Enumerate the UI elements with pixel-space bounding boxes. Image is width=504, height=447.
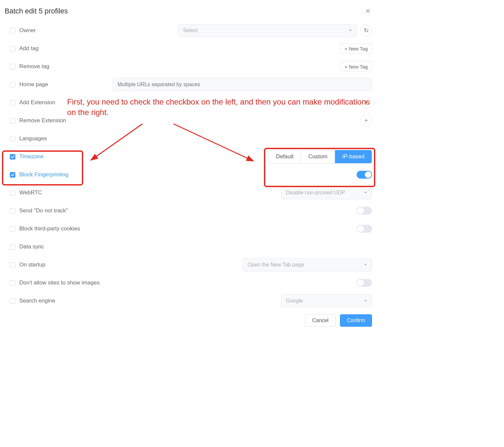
checkbox-languages[interactable]: [10, 136, 15, 142]
annotation-text: First, you need to check the checkbox on…: [67, 97, 372, 118]
checkbox-remove-tag[interactable]: [10, 64, 15, 69]
chevron-down-icon: [364, 264, 367, 266]
checkbox-no-images[interactable]: [10, 280, 15, 286]
select-owner-placeholder: Select: [183, 28, 197, 33]
select-search-engine[interactable]: Google: [281, 294, 372, 307]
label-search-engine: Search engine: [19, 298, 55, 304]
checkbox-on-startup[interactable]: [10, 262, 15, 268]
cancel-button[interactable]: Cancel: [305, 314, 335, 327]
label-owner: Owner: [19, 27, 36, 34]
checkbox-data-sync[interactable]: [10, 244, 15, 250]
checkbox-block-3p-cookies[interactable]: [10, 226, 15, 232]
label-home-page: Home page: [19, 81, 48, 88]
checkbox-remove-extension[interactable]: [10, 118, 15, 124]
label-no-images: Don't allow sites to show images: [19, 280, 100, 286]
page-title: Batch edit 5 profiles: [5, 7, 68, 15]
annotation-box-right: [264, 148, 375, 187]
refresh-icon[interactable]: ↻: [360, 25, 372, 36]
new-tag-button-add[interactable]: + New Tag: [340, 43, 372, 54]
checkbox-webrtc[interactable]: [10, 190, 15, 196]
toggle-dnt[interactable]: [357, 207, 372, 215]
select-on-startup-value: Open the New Tab page: [248, 262, 304, 268]
label-webrtc: WebRTC: [19, 189, 42, 196]
checkbox-add-extension[interactable]: [10, 100, 15, 106]
chevron-down-icon: [364, 300, 367, 302]
checkbox-search-engine[interactable]: [10, 298, 15, 304]
chevron-down-icon: [364, 192, 367, 194]
toggle-block-3p-cookies[interactable]: [357, 225, 372, 233]
label-add-tag: Add tag: [19, 45, 39, 52]
label-remove-extension: Remove Extension: [19, 117, 66, 124]
new-tag-button-remove[interactable]: + New Tag: [340, 61, 372, 72]
checkbox-add-tag[interactable]: [10, 46, 15, 51]
svg-line-0: [95, 124, 142, 157]
label-data-sync: Data sync: [19, 243, 44, 250]
label-on-startup: On startup: [19, 262, 45, 268]
annotation-arrow-left: [90, 121, 146, 164]
checkbox-owner[interactable]: [10, 28, 15, 33]
select-webrtc[interactable]: Disable non-proxied UDP: [281, 186, 372, 199]
toggle-no-images[interactable]: [357, 279, 372, 287]
home-page-input[interactable]: [113, 78, 372, 91]
label-block-3p-cookies: Block third-party cookies: [19, 225, 80, 232]
close-icon[interactable]: ✕: [364, 6, 372, 16]
chevron-down-icon: [349, 29, 352, 31]
select-owner[interactable]: Select: [178, 24, 357, 37]
annotation-box-left: [2, 150, 83, 185]
svg-line-1: [174, 124, 249, 159]
select-webrtc-value: Disable non-proxied UDP: [286, 190, 345, 196]
label-remove-tag: Remove tag: [19, 63, 49, 70]
label-dnt: Send "Do not track": [19, 207, 68, 214]
checkbox-home-page[interactable]: [10, 82, 15, 87]
label-languages: Languages: [19, 135, 47, 142]
select-search-engine-value: Google: [286, 298, 303, 304]
select-on-startup[interactable]: Open the New Tab page: [243, 258, 372, 271]
confirm-button[interactable]: Confirm: [340, 314, 372, 327]
checkbox-dnt[interactable]: [10, 208, 15, 214]
label-add-extension: Add Extension: [19, 99, 55, 106]
annotation-arrow-right: [170, 121, 255, 164]
